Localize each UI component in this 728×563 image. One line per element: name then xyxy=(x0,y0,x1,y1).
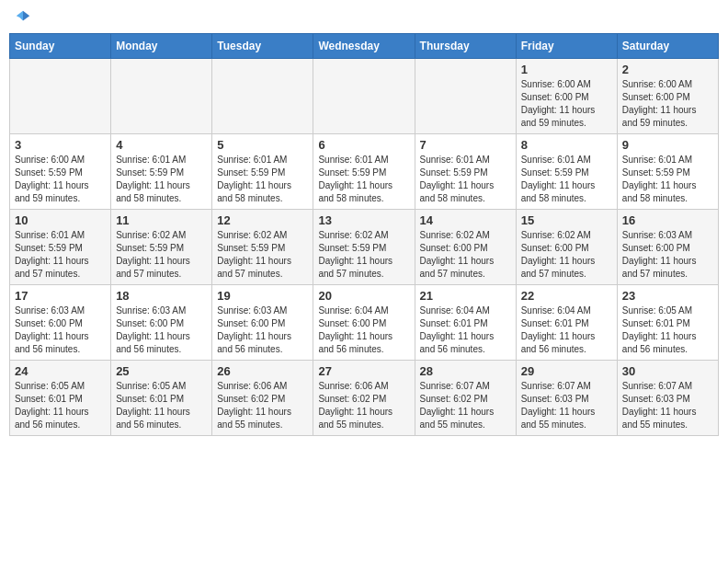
day-number: 7 xyxy=(420,138,511,152)
calendar-day-header: Sunday xyxy=(10,34,111,59)
calendar-day-cell: 16Sunrise: 6:03 AM Sunset: 6:00 PM Dayli… xyxy=(617,210,718,285)
svg-marker-0 xyxy=(23,11,29,21)
calendar-day-cell: 9Sunrise: 6:01 AM Sunset: 5:59 PM Daylig… xyxy=(617,134,718,210)
day-info: Sunrise: 6:01 AM Sunset: 5:59 PM Dayligh… xyxy=(521,154,612,205)
day-info: Sunrise: 6:01 AM Sunset: 5:59 PM Dayligh… xyxy=(318,154,409,205)
day-number: 4 xyxy=(116,138,207,152)
day-number: 28 xyxy=(420,364,511,378)
svg-marker-1 xyxy=(17,11,23,21)
day-info: Sunrise: 6:01 AM Sunset: 5:59 PM Dayligh… xyxy=(15,229,106,281)
calendar-table: SundayMondayTuesdayWednesdayThursdayFrid… xyxy=(9,33,719,436)
day-info: Sunrise: 6:01 AM Sunset: 5:59 PM Dayligh… xyxy=(217,154,308,205)
day-info: Sunrise: 6:02 AM Sunset: 6:00 PM Dayligh… xyxy=(420,229,511,281)
day-number: 1 xyxy=(521,63,612,76)
day-info: Sunrise: 6:01 AM Sunset: 5:59 PM Dayligh… xyxy=(116,154,207,205)
day-number: 30 xyxy=(622,364,713,378)
day-info: Sunrise: 6:04 AM Sunset: 6:01 PM Dayligh… xyxy=(420,304,511,356)
calendar-week-row: 17Sunrise: 6:03 AM Sunset: 6:00 PM Dayli… xyxy=(10,285,719,361)
day-number: 3 xyxy=(15,138,106,152)
day-info: Sunrise: 6:03 AM Sunset: 6:00 PM Dayligh… xyxy=(622,229,713,281)
calendar-day-cell xyxy=(415,59,516,134)
calendar-day-cell: 18Sunrise: 6:03 AM Sunset: 6:00 PM Dayli… xyxy=(111,285,212,361)
day-info: Sunrise: 6:07 AM Sunset: 6:03 PM Dayligh… xyxy=(622,380,713,431)
day-info: Sunrise: 6:02 AM Sunset: 6:00 PM Dayligh… xyxy=(521,229,612,281)
day-info: Sunrise: 6:04 AM Sunset: 6:00 PM Dayligh… xyxy=(318,304,409,356)
day-number: 25 xyxy=(116,364,207,378)
day-number: 5 xyxy=(217,138,308,152)
day-info: Sunrise: 6:04 AM Sunset: 6:01 PM Dayligh… xyxy=(521,304,612,356)
day-number: 27 xyxy=(318,364,409,378)
calendar-day-cell: 27Sunrise: 6:06 AM Sunset: 6:02 PM Dayli… xyxy=(313,361,415,436)
day-info: Sunrise: 6:03 AM Sunset: 6:00 PM Dayligh… xyxy=(217,304,308,356)
day-info: Sunrise: 6:00 AM Sunset: 5:59 PM Dayligh… xyxy=(15,154,106,205)
day-info: Sunrise: 6:05 AM Sunset: 6:01 PM Dayligh… xyxy=(622,304,713,356)
day-info: Sunrise: 6:02 AM Sunset: 5:59 PM Dayligh… xyxy=(116,229,207,281)
calendar-day-cell: 3Sunrise: 6:00 AM Sunset: 5:59 PM Daylig… xyxy=(10,134,111,210)
calendar-week-row: 24Sunrise: 6:05 AM Sunset: 6:01 PM Dayli… xyxy=(10,361,719,436)
day-info: Sunrise: 6:07 AM Sunset: 6:02 PM Dayligh… xyxy=(420,380,511,431)
day-number: 9 xyxy=(622,138,713,152)
calendar-day-header: Thursday xyxy=(415,34,516,59)
day-info: Sunrise: 6:05 AM Sunset: 6:01 PM Dayligh… xyxy=(15,380,106,431)
calendar-day-cell: 12Sunrise: 6:02 AM Sunset: 5:59 PM Dayli… xyxy=(212,210,313,285)
day-number: 18 xyxy=(116,289,207,303)
calendar-day-cell: 19Sunrise: 6:03 AM Sunset: 6:00 PM Dayli… xyxy=(212,285,313,361)
day-number: 14 xyxy=(420,213,511,227)
calendar-day-header: Tuesday xyxy=(212,34,313,59)
calendar-day-header: Friday xyxy=(516,34,617,59)
logo xyxy=(13,9,31,26)
calendar-day-cell: 7Sunrise: 6:01 AM Sunset: 5:59 PM Daylig… xyxy=(415,134,516,210)
day-info: Sunrise: 6:00 AM Sunset: 6:00 PM Dayligh… xyxy=(622,78,713,130)
calendar-header-row: SundayMondayTuesdayWednesdayThursdayFrid… xyxy=(10,34,719,59)
day-number: 12 xyxy=(217,213,308,227)
calendar-day-cell: 28Sunrise: 6:07 AM Sunset: 6:02 PM Dayli… xyxy=(415,361,516,436)
day-info: Sunrise: 6:03 AM Sunset: 6:00 PM Dayligh… xyxy=(15,304,106,356)
day-info: Sunrise: 6:06 AM Sunset: 6:02 PM Dayligh… xyxy=(318,380,409,431)
calendar-day-cell: 2Sunrise: 6:00 AM Sunset: 6:00 PM Daylig… xyxy=(617,59,718,134)
day-number: 21 xyxy=(420,289,511,303)
day-info: Sunrise: 6:02 AM Sunset: 5:59 PM Dayligh… xyxy=(217,229,308,281)
day-number: 17 xyxy=(15,289,106,303)
calendar-week-row: 3Sunrise: 6:00 AM Sunset: 5:59 PM Daylig… xyxy=(10,134,719,210)
calendar-day-cell: 10Sunrise: 6:01 AM Sunset: 5:59 PM Dayli… xyxy=(10,210,111,285)
calendar-week-row: 10Sunrise: 6:01 AM Sunset: 5:59 PM Dayli… xyxy=(10,210,719,285)
calendar-day-cell: 23Sunrise: 6:05 AM Sunset: 6:01 PM Dayli… xyxy=(617,285,718,361)
calendar-day-cell: 25Sunrise: 6:05 AM Sunset: 6:01 PM Dayli… xyxy=(111,361,212,436)
calendar-day-cell: 29Sunrise: 6:07 AM Sunset: 6:03 PM Dayli… xyxy=(516,361,617,436)
header xyxy=(9,9,719,26)
calendar-day-cell: 15Sunrise: 6:02 AM Sunset: 6:00 PM Dayli… xyxy=(516,210,617,285)
calendar-day-cell: 21Sunrise: 6:04 AM Sunset: 6:01 PM Dayli… xyxy=(415,285,516,361)
calendar-day-cell: 17Sunrise: 6:03 AM Sunset: 6:00 PM Dayli… xyxy=(10,285,111,361)
calendar-day-cell: 1Sunrise: 6:00 AM Sunset: 6:00 PM Daylig… xyxy=(516,59,617,134)
calendar-day-cell: 4Sunrise: 6:01 AM Sunset: 5:59 PM Daylig… xyxy=(111,134,212,210)
calendar-day-cell: 24Sunrise: 6:05 AM Sunset: 6:01 PM Dayli… xyxy=(10,361,111,436)
calendar-day-cell: 11Sunrise: 6:02 AM Sunset: 5:59 PM Dayli… xyxy=(111,210,212,285)
day-number: 19 xyxy=(217,289,308,303)
calendar-day-cell xyxy=(313,59,415,134)
day-info: Sunrise: 6:03 AM Sunset: 6:00 PM Dayligh… xyxy=(116,304,207,356)
calendar-day-cell: 14Sunrise: 6:02 AM Sunset: 6:00 PM Dayli… xyxy=(415,210,516,285)
day-info: Sunrise: 6:05 AM Sunset: 6:01 PM Dayligh… xyxy=(116,380,207,431)
calendar-day-header: Monday xyxy=(111,34,212,59)
calendar-day-cell: 26Sunrise: 6:06 AM Sunset: 6:02 PM Dayli… xyxy=(212,361,313,436)
day-info: Sunrise: 6:01 AM Sunset: 5:59 PM Dayligh… xyxy=(420,154,511,205)
calendar-day-header: Wednesday xyxy=(313,34,415,59)
day-number: 6 xyxy=(318,138,409,152)
calendar-day-cell: 6Sunrise: 6:01 AM Sunset: 5:59 PM Daylig… xyxy=(313,134,415,210)
day-number: 23 xyxy=(622,289,713,303)
day-number: 24 xyxy=(15,364,106,378)
day-info: Sunrise: 6:06 AM Sunset: 6:02 PM Dayligh… xyxy=(217,380,308,431)
calendar-day-cell xyxy=(10,59,111,134)
day-number: 13 xyxy=(318,213,409,227)
day-info: Sunrise: 6:02 AM Sunset: 5:59 PM Dayligh… xyxy=(318,229,409,281)
day-number: 2 xyxy=(622,63,713,76)
day-info: Sunrise: 6:07 AM Sunset: 6:03 PM Dayligh… xyxy=(521,380,612,431)
day-number: 22 xyxy=(521,289,612,303)
calendar-day-cell xyxy=(111,59,212,134)
day-number: 20 xyxy=(318,289,409,303)
day-number: 11 xyxy=(116,213,207,227)
day-number: 29 xyxy=(521,364,612,378)
calendar-day-cell xyxy=(212,59,313,134)
calendar-day-cell: 30Sunrise: 6:07 AM Sunset: 6:03 PM Dayli… xyxy=(617,361,718,436)
calendar-day-header: Saturday xyxy=(617,34,718,59)
